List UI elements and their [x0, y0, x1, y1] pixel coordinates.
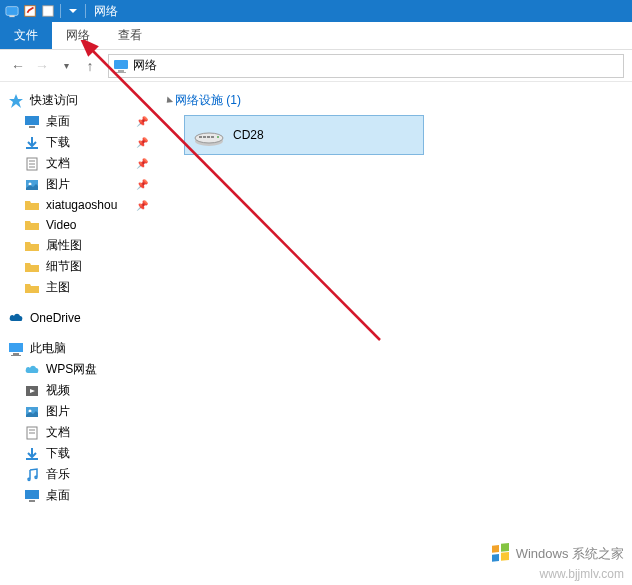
window-title: 网络: [94, 3, 118, 20]
sidebar-item-xiatugaoshou[interactable]: xiatugaoshou 📌: [0, 195, 158, 215]
pin-icon: 📌: [136, 137, 148, 148]
sidebar-item-desktop-pc[interactable]: 桌面: [0, 485, 158, 506]
sidebar-item-zhutu[interactable]: 主图: [0, 277, 158, 298]
sidebar-item-label: 细节图: [46, 258, 82, 275]
svg-rect-8: [29, 126, 35, 128]
sidebar-item-label: WPS网盘: [46, 361, 97, 378]
navigation-bar: ← → ▾ ↑ 网络: [0, 50, 632, 82]
svg-rect-17: [13, 353, 19, 355]
qat-dropdown-icon[interactable]: [65, 3, 81, 19]
folder-icon: [24, 217, 40, 233]
sidebar-item-label: 下载: [46, 445, 70, 462]
window-title-bar: 网络: [0, 0, 632, 22]
windows-logo-icon: [490, 543, 512, 565]
quick-access-label: 快速访问: [30, 92, 78, 109]
body-area: 快速访问 桌面 📌 下载 📌 文档 📌 图片 📌: [0, 82, 632, 585]
ribbon-tabs: 文件 网络 查看: [0, 22, 632, 50]
sidebar-item-label: 音乐: [46, 466, 70, 483]
sidebar-item-label: 图片: [46, 176, 70, 193]
folder-icon: [24, 197, 40, 213]
system-menu-icon[interactable]: [4, 3, 20, 19]
documents-icon: [24, 425, 40, 441]
properties-qat-icon[interactable]: [22, 3, 38, 19]
svg-rect-32: [207, 136, 210, 138]
sidebar-item-label: 属性图: [46, 237, 82, 254]
navigation-pane: 快速访问 桌面 📌 下载 📌 文档 📌 图片 📌: [0, 82, 158, 585]
sidebar-item-xijietu[interactable]: 细节图: [0, 256, 158, 277]
sidebar-item-label: 桌面: [46, 113, 70, 130]
folder-icon: [24, 238, 40, 254]
nav-history-dropdown[interactable]: ▾: [56, 56, 76, 76]
svg-rect-5: [118, 70, 124, 72]
sidebar-group-onedrive: OneDrive: [0, 308, 158, 328]
pin-icon: 📌: [136, 116, 148, 127]
router-icon: [193, 123, 225, 147]
svg-rect-26: [25, 490, 39, 499]
content-pane: 网络设施 (1) CD28: [158, 82, 632, 585]
pin-icon: 📌: [136, 158, 148, 169]
sidebar-item-label: 文档: [46, 155, 70, 172]
music-icon: [24, 467, 40, 483]
nav-forward-button[interactable]: →: [32, 56, 52, 76]
sidebar-item-label: 图片: [46, 403, 70, 420]
pin-icon: 📌: [136, 200, 148, 211]
downloads-icon: [24, 135, 40, 151]
sidebar-item-downloads-pc[interactable]: 下载: [0, 443, 158, 464]
sidebar-item-label: 视频: [46, 382, 70, 399]
sidebar-item-documents[interactable]: 文档 📌: [0, 153, 158, 174]
svg-rect-30: [199, 136, 202, 138]
sidebar-item-label: xiatugaoshou: [46, 198, 117, 212]
desktop-icon: [24, 114, 40, 130]
sidebar-head-quick-access[interactable]: 快速访问: [0, 90, 158, 111]
device-name-label: CD28: [233, 128, 264, 142]
tab-network[interactable]: 网络: [52, 22, 104, 49]
svg-rect-16: [9, 343, 23, 352]
sidebar-item-desktop[interactable]: 桌面 📌: [0, 111, 158, 132]
nav-back-button[interactable]: ←: [8, 56, 28, 76]
onedrive-icon: [8, 310, 24, 326]
tab-file[interactable]: 文件: [0, 22, 52, 49]
watermark-brand-text: Windows 系统之家: [516, 545, 624, 563]
sidebar-item-wps[interactable]: WPS网盘: [0, 359, 158, 380]
sidebar-item-this-pc[interactable]: 此电脑: [0, 338, 158, 359]
sidebar-item-documents-pc[interactable]: 文档: [0, 422, 158, 443]
pin-icon: 📌: [136, 179, 148, 190]
folder-icon: [24, 280, 40, 296]
sidebar-item-downloads[interactable]: 下载 📌: [0, 132, 158, 153]
address-text: 网络: [133, 57, 157, 74]
sidebar-item-pictures[interactable]: 图片 📌: [0, 174, 158, 195]
svg-rect-36: [492, 545, 499, 553]
svg-rect-3: [43, 6, 54, 17]
svg-rect-4: [114, 60, 128, 69]
sidebar-item-label: 桌面: [46, 487, 70, 504]
watermark-url: www.bjjmlv.com: [540, 567, 624, 581]
sidebar-item-label: Video: [46, 218, 76, 232]
tab-view[interactable]: 查看: [104, 22, 156, 49]
svg-rect-25: [26, 458, 38, 460]
svg-rect-18: [11, 355, 21, 356]
svg-rect-38: [492, 554, 499, 562]
svg-rect-31: [203, 136, 206, 138]
address-bar[interactable]: 网络: [108, 54, 624, 78]
sidebar-item-music[interactable]: 音乐: [0, 464, 158, 485]
sidebar-item-pictures-pc[interactable]: 图片: [0, 401, 158, 422]
group-header-network-infrastructure[interactable]: 网络设施 (1): [166, 92, 624, 109]
svg-rect-37: [501, 543, 509, 552]
sidebar-item-label: 此电脑: [30, 340, 66, 357]
sidebar-item-videos[interactable]: 视频: [0, 380, 158, 401]
network-device-item[interactable]: CD28: [184, 115, 424, 155]
svg-rect-7: [25, 116, 39, 125]
new-folder-qat-icon[interactable]: [40, 3, 56, 19]
svg-rect-2: [25, 6, 36, 17]
sidebar-item-label: 主图: [46, 279, 70, 296]
pictures-icon: [24, 404, 40, 420]
sidebar-item-video[interactable]: Video: [0, 215, 158, 235]
svg-rect-33: [211, 136, 214, 138]
sidebar-group-quick-access: 快速访问 桌面 📌 下载 📌 文档 📌 图片 📌: [0, 90, 158, 298]
sidebar-item-onedrive[interactable]: OneDrive: [0, 308, 158, 328]
nav-up-button[interactable]: ↑: [80, 56, 100, 76]
sidebar-item-shuxingtu[interactable]: 属性图: [0, 235, 158, 256]
svg-rect-27: [29, 500, 35, 502]
star-icon: [8, 93, 24, 109]
svg-rect-9: [26, 147, 38, 149]
